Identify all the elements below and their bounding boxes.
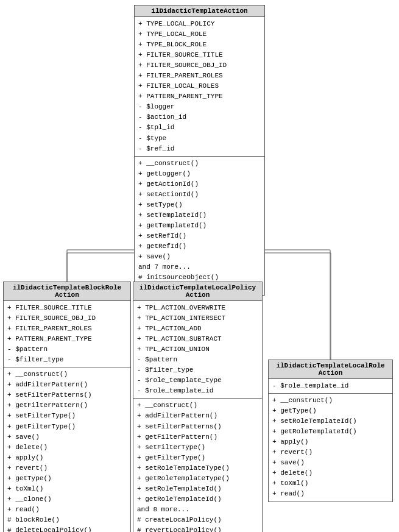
lr-method-5: + revert() bbox=[272, 447, 389, 458]
method-6: + getTemplateId() bbox=[138, 221, 261, 231]
lp-method-2: + setFilterPatterns() bbox=[137, 422, 258, 432]
field-10: - $tpl_id bbox=[138, 122, 261, 133]
method-2: + getActionId() bbox=[138, 179, 261, 190]
blockrole-class-methods: + __construct() + addFilterPattern() + s… bbox=[4, 367, 130, 532]
lr-method-7: + delete() bbox=[272, 468, 389, 478]
br-method-15: # deleteLocalPolicy() bbox=[7, 525, 127, 532]
br-field-1: + FILTER_SOURCE_OBJ_ID bbox=[7, 313, 127, 324]
lr-method-0: + __construct() bbox=[272, 395, 389, 406]
lr-method-3: + getRoleTemplateId() bbox=[272, 427, 389, 437]
blockrole-class-header: ilDidacticTemplateBlockRoleAction bbox=[4, 282, 130, 301]
method-3: + setActionId() bbox=[138, 190, 261, 200]
lp-field-3: + TPL_ACTION_SUBTRACT bbox=[137, 334, 258, 344]
lp-field-8: - $role_template_id bbox=[137, 386, 258, 396]
br-field-4: - $pattern bbox=[7, 344, 127, 355]
field-6: + FILTER_LOCAL_ROLES bbox=[138, 81, 261, 91]
br-method-7: + delete() bbox=[7, 442, 127, 453]
lp-field-7: - $role_template_type bbox=[137, 375, 258, 386]
lp-field-1: + TPL_ACTION_INTERSECT bbox=[137, 313, 258, 324]
main-class-name: ilDidacticTemplateAction bbox=[151, 7, 247, 15]
main-class-fields: + TYPE_LOCAL_POLICY + TYPE_LOCAL_ROLE + … bbox=[135, 17, 264, 157]
field-7: + PATTERN_PARENT_TYPE bbox=[138, 91, 261, 102]
lp-method-4: + setFilterType() bbox=[137, 442, 258, 453]
br-method-5: + getFilterType() bbox=[7, 422, 127, 432]
lp-method-5: + getFilterType() bbox=[137, 453, 258, 463]
main-class-methods: + __construct() + getLogger() + getActio… bbox=[135, 157, 264, 296]
lp-method-1: + addFilterPattern() bbox=[137, 411, 258, 421]
lr-method-9: + read() bbox=[272, 489, 389, 499]
br-method-12: + __clone() bbox=[7, 494, 127, 505]
localpolicy-class-name: ilDidacticTemplateLocalPolicyAction bbox=[139, 284, 256, 299]
br-method-2: + setFilterPatterns() bbox=[7, 390, 127, 400]
br-field-0: + FILTER_SOURCE_TITLE bbox=[7, 303, 127, 313]
lp-field-5: - $pattern bbox=[137, 355, 258, 365]
method-5: + setTemplateId() bbox=[138, 210, 261, 221]
field-12: - $ref_id bbox=[138, 144, 261, 154]
localpolicy-class-header: ilDidacticTemplateLocalPolicyAction bbox=[133, 282, 262, 301]
lp-method-more: and 8 more... bbox=[137, 505, 258, 515]
lr-method-2: + setRoleTemplateId() bbox=[272, 416, 389, 427]
br-field-5: - $filter_type bbox=[7, 355, 127, 365]
field-11: - $type bbox=[138, 133, 261, 144]
method-1: + getLogger() bbox=[138, 169, 261, 179]
localpolicy-class-box: ilDidacticTemplateLocalPolicyAction + TP… bbox=[133, 282, 263, 532]
lp-method-0: + __construct() bbox=[137, 400, 258, 411]
lp-field-2: + TPL_ACTION_ADD bbox=[137, 324, 258, 334]
br-field-3: + PATTERN_PARENT_TYPE bbox=[7, 334, 127, 344]
br-method-13: + read() bbox=[7, 505, 127, 515]
localrole-class-name: ilDidacticTemplateLocalRoleAction bbox=[276, 362, 384, 377]
lp-method-8: + setRoleTemplateId() bbox=[137, 484, 258, 494]
main-class-box: ilDidacticTemplateAction + TYPE_LOCAL_PO… bbox=[134, 5, 265, 296]
method-0: + __construct() bbox=[138, 158, 261, 169]
br-method-3: + getFilterPattern() bbox=[7, 400, 127, 411]
main-class-header: ilDidacticTemplateAction bbox=[135, 5, 264, 17]
blockrole-class-name: ilDidacticTemplateBlockRoleAction bbox=[13, 284, 121, 299]
field-8: - $logger bbox=[138, 102, 261, 112]
lp-method-7: + getRoleTemplateType() bbox=[137, 473, 258, 484]
lp-method-11: # revertLocalPolicy() bbox=[137, 525, 258, 532]
br-method-4: + setFilterType() bbox=[7, 411, 127, 421]
method-8: + getRefId() bbox=[138, 241, 261, 252]
localrole-class-box: ilDidacticTemplateLocalRoleAction - $rol… bbox=[268, 360, 393, 502]
method-4: + setType() bbox=[138, 200, 261, 210]
br-method-9: + revert() bbox=[7, 463, 127, 473]
blockrole-class-box: ilDidacticTemplateBlockRoleAction + FILT… bbox=[3, 282, 131, 532]
field-9: - $action_id bbox=[138, 112, 261, 122]
br-method-0: + __construct() bbox=[7, 369, 127, 380]
lr-method-4: + apply() bbox=[272, 437, 389, 447]
localrole-class-fields: - $role_template_id bbox=[269, 379, 392, 394]
localrole-class-header: ilDidacticTemplateLocalRoleAction bbox=[269, 360, 392, 379]
localpolicy-class-fields1: + TPL_ACTION_OVERWRITE + TPL_ACTION_INTE… bbox=[133, 301, 262, 399]
lr-method-6: + save() bbox=[272, 458, 389, 468]
lp-method-10: # createLocalPolicy() bbox=[137, 515, 258, 525]
lr-field-0: - $role_template_id bbox=[272, 381, 389, 391]
field-1: + TYPE_LOCAL_ROLE bbox=[138, 29, 261, 40]
br-method-11: + toXml() bbox=[7, 484, 127, 494]
blockrole-class-fields: + FILTER_SOURCE_TITLE + FILTER_SOURCE_OB… bbox=[4, 301, 130, 367]
method-9: + save() bbox=[138, 252, 261, 262]
method-7: + setRefId() bbox=[138, 231, 261, 241]
lp-field-4: + TPL_ACTION_UNION bbox=[137, 344, 258, 355]
lp-field-6: - $filter_type bbox=[137, 365, 258, 375]
lp-field-0: + TPL_ACTION_OVERWRITE bbox=[137, 303, 258, 313]
field-5: + FILTER_PARENT_ROLES bbox=[138, 71, 261, 81]
uml-diagram: ilDidacticTemplateAction + TYPE_LOCAL_PO… bbox=[0, 0, 399, 532]
field-4: + FILTER_SOURCE_OBJ_ID bbox=[138, 60, 261, 71]
br-method-8: + apply() bbox=[7, 453, 127, 463]
br-method-1: + addFilterPattern() bbox=[7, 380, 127, 390]
field-3: + FILTER_SOURCE_TITLE bbox=[138, 50, 261, 60]
localrole-class-methods: + __construct() + getType() + setRoleTem… bbox=[269, 394, 392, 501]
method-more: and 7 more... bbox=[138, 262, 261, 272]
br-field-2: + FILTER_PARENT_ROLES bbox=[7, 324, 127, 334]
field-0: + TYPE_LOCAL_POLICY bbox=[138, 19, 261, 29]
br-method-14: # blockRole() bbox=[7, 515, 127, 525]
br-method-6: + save() bbox=[7, 432, 127, 442]
lr-method-1: + getType() bbox=[272, 406, 389, 416]
lp-method-9: + getRoleTemplateId() bbox=[137, 494, 258, 505]
field-2: + TYPE_BLOCK_ROLE bbox=[138, 40, 261, 50]
localpolicy-class-methods: + __construct() + addFilterPattern() + s… bbox=[133, 399, 262, 532]
lp-method-3: + getFilterPattern() bbox=[137, 432, 258, 442]
lr-method-8: + toXml() bbox=[272, 478, 389, 489]
br-method-10: + getType() bbox=[7, 473, 127, 484]
lp-method-6: + setRoleTemplateType() bbox=[137, 463, 258, 473]
